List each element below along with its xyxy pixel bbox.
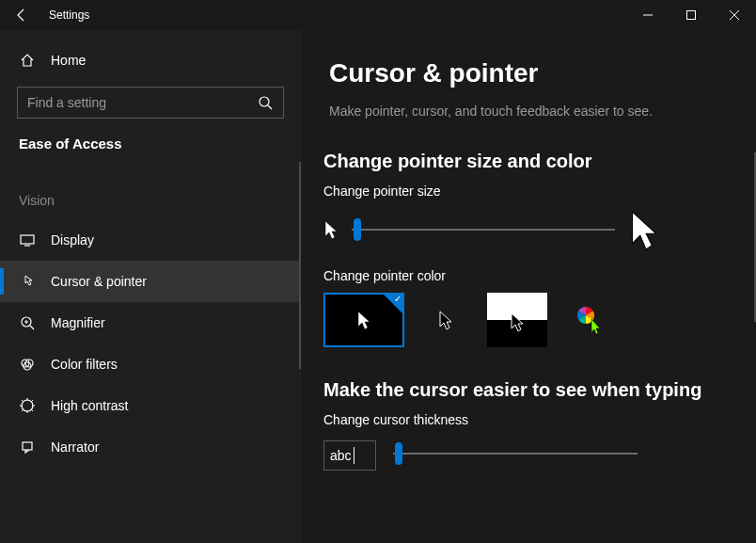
svg-line-23 (31, 400, 33, 402)
back-button[interactable] (0, 0, 43, 30)
sidebar-item-label: Display (51, 232, 94, 248)
pointer-size-slider[interactable] (352, 218, 615, 241)
cursor-pointer-icon (19, 273, 36, 290)
pointer-large-icon (628, 208, 660, 251)
home-label: Home (51, 53, 86, 68)
magnifier-icon (19, 314, 36, 331)
sidebar-item-display[interactable]: Display (0, 219, 301, 261)
sidebar-item-label: Color filters (51, 357, 118, 372)
svg-line-22 (22, 409, 24, 411)
pointer-small-icon (323, 219, 339, 240)
abc-sample: abc (330, 448, 352, 463)
svg-line-9 (30, 326, 34, 329)
cursor-thickness-preview: abc (323, 440, 376, 471)
page-title: Cursor & pointer (323, 58, 728, 88)
group-title: Vision (0, 193, 301, 208)
svg-point-4 (260, 97, 269, 106)
pointer-color-white[interactable] (323, 293, 404, 347)
section-pointer-size-color: Change pointer size and color (323, 151, 728, 172)
home-icon (19, 52, 36, 69)
search-placeholder: Find a setting (27, 95, 106, 110)
high-contrast-icon (19, 397, 36, 414)
sidebar-item-color-filters[interactable]: Color filters (0, 343, 301, 385)
cursor-thickness-slider[interactable] (393, 442, 638, 465)
pointer-color-black[interactable] (427, 293, 465, 347)
sidebar-item-label: Magnifier (51, 315, 105, 330)
svg-rect-1 (687, 11, 696, 20)
close-button[interactable] (713, 0, 756, 30)
titlebar: Settings (0, 0, 756, 30)
sidebar-item-cursor-pointer[interactable]: Cursor & pointer (0, 261, 301, 302)
sidebar-item-high-contrast[interactable]: High contrast (0, 385, 301, 426)
display-icon (19, 232, 36, 248)
svg-line-5 (268, 105, 272, 109)
pointer-color-inverted[interactable] (487, 293, 547, 347)
svg-line-20 (22, 400, 24, 402)
cursor-thickness-label: Change cursor thickness (323, 412, 728, 427)
sidebar: Home Find a setting Ease of Access Visio… (0, 30, 301, 543)
svg-rect-24 (23, 442, 32, 450)
color-filters-icon (19, 356, 36, 373)
search-input[interactable]: Find a setting (17, 87, 284, 119)
search-icon (257, 94, 274, 111)
home-button[interactable]: Home (0, 41, 301, 79)
svg-line-21 (31, 409, 33, 411)
sidebar-item-magnifier[interactable]: Magnifier (0, 302, 301, 343)
page-subtitle: Make pointer, cursor, and touch feedback… (323, 104, 728, 119)
svg-rect-6 (21, 235, 34, 244)
sidebar-item-narrator[interactable]: Narrator (0, 426, 301, 468)
sidebar-item-label: Cursor & pointer (51, 274, 147, 289)
cursor-caret (354, 447, 354, 464)
pointer-color-custom[interactable] (570, 293, 607, 347)
check-icon (384, 295, 402, 313)
minimize-button[interactable] (626, 0, 669, 30)
pointer-size-label: Change pointer size (323, 184, 728, 199)
section-cursor-typing: Make the cursor easier to see when typin… (323, 379, 728, 401)
section-title: Ease of Access (0, 136, 301, 152)
sidebar-item-label: Narrator (51, 439, 99, 455)
narrator-icon (19, 439, 36, 455)
maximize-button[interactable] (669, 0, 713, 30)
pointer-color-label: Change pointer color (323, 268, 728, 283)
content: Cursor & pointer Make pointer, cursor, a… (301, 30, 756, 543)
sidebar-item-label: High contrast (51, 398, 128, 413)
window-title: Settings (43, 8, 89, 22)
